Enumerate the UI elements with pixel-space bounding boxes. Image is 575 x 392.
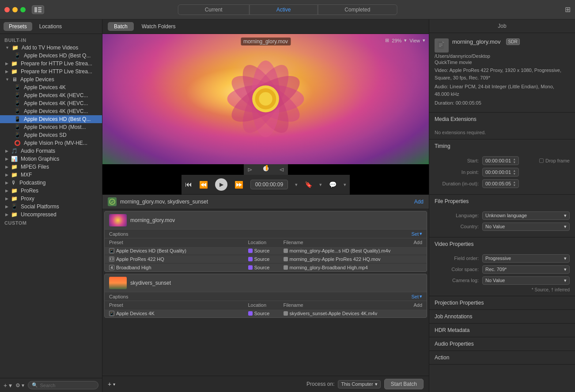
sidebar-item-apple-sd[interactable]: 📱 Apple Devices SD — [0, 131, 102, 139]
timecode-arrows[interactable]: ▲ ▼ — [513, 181, 516, 187]
arrow-down-icon[interactable]: ▼ — [513, 172, 516, 175]
step-forward-button[interactable]: ⏩ — [235, 181, 243, 189]
sidebar-toggle-button[interactable] — [32, 5, 44, 14]
view-button[interactable]: View — [409, 38, 420, 43]
add-chevron-icon[interactable]: ▾ — [113, 382, 115, 387]
add-output-button[interactable]: Add — [413, 240, 422, 245]
process-select[interactable]: This Computer ▾ — [338, 380, 380, 388]
set-captions-button[interactable]: Set ▾ — [411, 294, 422, 299]
add-preset-button[interactable]: + ▾ — [4, 382, 12, 389]
sidebar-footer: + ▾ ⚙ ▾ 🔍 Search — [0, 378, 102, 392]
search-box[interactable]: 🔍 Search — [28, 381, 98, 389]
timecode-display[interactable]: 00:00:00:09 — [250, 180, 288, 189]
job-annotations-header[interactable]: Job Annotations — [429, 310, 575, 323]
sidebar-item-uncompressed[interactable]: ▶ 📁 Uncompressed — [0, 211, 102, 219]
tab-batch[interactable]: Batch — [108, 22, 134, 31]
sidebar-item-apple-devices[interactable]: ▼ 🖥 Apple Devices — [0, 75, 102, 83]
maximize-button[interactable] — [20, 7, 26, 12]
hdr-metadata-header[interactable]: HDR Metadata — [429, 324, 575, 337]
sidebar-item-http1[interactable]: ▶ 📁 Prepare for HTTP Live Strea... — [0, 60, 102, 68]
sidebar-item-proxy[interactable]: ▶ 📁 Proxy — [0, 195, 102, 203]
sidebar-item-apple-vision[interactable]: ⭕ Apple Vision Pro (MV-HE... — [0, 139, 102, 147]
svg-rect-0 — [34, 7, 37, 12]
go-to-start-button[interactable]: ⏮ — [185, 181, 192, 188]
speech-bubble-icon[interactable]: 💬 — [329, 181, 337, 188]
arrow-up-icon[interactable]: ▲ — [513, 181, 516, 184]
output-preset: 📱 Apple Devices 4K — [109, 311, 248, 316]
sidebar-item-add-to-tv[interactable]: ▼ 📁 Add to TV Home Videos — [0, 44, 102, 52]
sidebar-item-apple-devices-hd[interactable]: 📱 Apple Devices HD (Best Q... — [0, 52, 102, 60]
tab-completed[interactable]: Completed — [318, 4, 397, 15]
location-name: Source — [254, 265, 270, 270]
preset-name: Apple ProRes 422 HQ — [116, 256, 164, 262]
sidebar-item-apple-hd-most[interactable]: 📱 Apple Devices HD (Most... — [0, 123, 102, 131]
sidebar-item-label: Apple Devices 4K (HEVC... — [24, 100, 88, 106]
play-button[interactable]: ▶ — [215, 178, 227, 191]
sidebar-item-prores[interactable]: ▶ 📁 ProRes — [0, 187, 102, 195]
set-captions-button[interactable]: Set ▾ — [411, 231, 422, 237]
start-row: Start: 00:00:00:01 ▲ ▼ Drop frame — [435, 156, 570, 165]
sidebar-item-apple-4k[interactable]: 📱 Apple Devices 4K — [0, 83, 102, 91]
arrow-up-icon[interactable]: ▲ — [513, 158, 516, 161]
media-extensions-header[interactable]: Media Extensions — [429, 113, 575, 126]
timecode-chevron-icon: ▾ — [295, 182, 298, 188]
tab-watch-folders[interactable]: Watch Folders — [136, 22, 182, 31]
gear-button[interactable]: ⚙ ▾ — [15, 382, 24, 388]
select-chevron-icon: ▾ — [564, 224, 567, 230]
sidebar-item-apple-4k-hevc1[interactable]: 📱 Apple Devices 4K (HEVC... — [0, 91, 102, 99]
action-header[interactable]: Action — [429, 351, 575, 364]
start-batch-button[interactable]: Start Batch — [384, 379, 424, 389]
bookmark-icon[interactable]: 🔖 — [305, 181, 312, 188]
job-thumbnail — [109, 277, 127, 289]
sidebar-item-apple-4k-hevc2[interactable]: 📱 Apple Devices 4K (HEVC... — [0, 99, 102, 107]
audio-properties-header[interactable]: Audio Properties — [429, 337, 575, 351]
color-space-select[interactable]: Rec. 709* ▾ — [482, 265, 570, 274]
video-properties-header[interactable]: Video Properties — [429, 237, 575, 251]
sidebar-item-motion[interactable]: ▶ 📊 Motion Graphics — [0, 155, 102, 163]
job-header[interactable]: morning_glory.mov — [105, 211, 427, 229]
arrow-up-icon[interactable]: ▲ — [513, 169, 516, 172]
add-output-button[interactable]: Add — [413, 302, 422, 308]
sidebar-item-http2[interactable]: ▶ 📁 Prepare for HTTP Live Strea... — [0, 68, 102, 75]
sidebar-item-apple-hd-bestq[interactable]: 📱 Apple Devices HD (Best Q... — [0, 115, 102, 123]
add-job-button[interactable]: + — [108, 381, 111, 388]
in-point-timecode[interactable]: 00:00:00:01 ▲ ▼ — [482, 168, 519, 177]
settings-icon[interactable]: ⊞ — [565, 6, 571, 13]
sidebar-item-social[interactable]: ▶ 📱 Social Platforms — [0, 203, 102, 211]
tab-active[interactable]: Active — [250, 4, 318, 15]
field-order-select[interactable]: Progressive ▾ — [482, 254, 570, 263]
sidebar-item-podcasting[interactable]: ▶ 🎙 Podcasting — [0, 179, 102, 187]
language-select[interactable]: Unknown language ▾ — [482, 211, 570, 220]
projection-header[interactable]: Projection Properties — [429, 296, 575, 309]
duration-timecode[interactable]: 00:00:05:05 ▲ ▼ — [482, 179, 519, 188]
tab-presets[interactable]: Presets — [4, 22, 32, 31]
file-properties-header[interactable]: File Properties — [429, 195, 575, 208]
drop-frame-checkbox[interactable] — [539, 158, 544, 163]
camera-log-select[interactable]: No Value ▾ — [482, 276, 570, 285]
job-header[interactable]: skydivers_sunset — [105, 274, 427, 292]
tab-locations[interactable]: Locations — [34, 22, 67, 31]
timecode-arrows[interactable]: ▲ ▼ — [513, 169, 516, 175]
country-select[interactable]: No Value ▾ — [482, 222, 570, 231]
arrow-down-icon[interactable]: ▼ — [513, 161, 516, 164]
sidebar-item-mxf[interactable]: ▶ 📁 MXF — [0, 171, 102, 179]
sidebar-item-apple-4k-hevc3[interactable]: 📱 Apple Devices 4K (HEVC... — [0, 107, 102, 115]
close-button[interactable] — [4, 7, 10, 12]
audio-icon: 🎵 — [11, 148, 18, 154]
scrubber-end-icon: ⊲ — [279, 166, 284, 173]
output-preset: 📱 Apple Devices HD (Best Quality) — [109, 248, 248, 253]
sidebar-item-audio[interactable]: ▶ 🎵 Audio Formats — [0, 147, 102, 155]
arrow-down-icon[interactable]: ▼ — [513, 184, 516, 187]
minimize-button[interactable] — [12, 7, 18, 12]
batch-add-button[interactable]: Add — [414, 199, 424, 205]
sidebar-item-mpeg[interactable]: ▶ 📁 MPEG Files — [0, 163, 102, 171]
timecode-arrows[interactable]: ▲ ▼ — [513, 158, 516, 164]
zoom-level[interactable]: 29% — [392, 38, 401, 43]
start-timecode[interactable]: 00:00:00:01 ▲ ▼ — [482, 156, 519, 165]
chevron-right-icon: ▶ — [5, 204, 8, 209]
tab-current[interactable]: Current — [178, 4, 250, 15]
scrubber-bar[interactable]: ⊳ ⊲ — [244, 164, 288, 175]
step-back-button[interactable]: ⏪ — [199, 181, 208, 189]
proxy-icon: 📁 — [11, 196, 18, 202]
timing-header[interactable]: Timing — [429, 139, 575, 153]
